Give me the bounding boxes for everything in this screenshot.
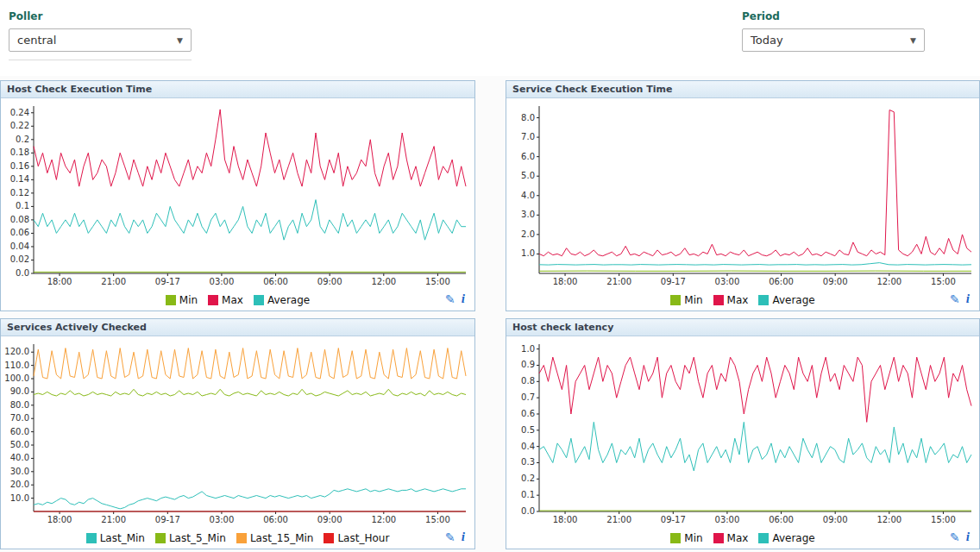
chart-canvas-host-check-latency[interactable]: 0.00.10.20.30.40.50.60.70.80.91.018:0021… <box>508 338 977 527</box>
svg-text:120.0: 120.0 <box>4 347 29 356</box>
period-filter: Period Today ▼ <box>742 10 925 76</box>
info-icon[interactable]: i <box>462 292 465 306</box>
legend-label: Max <box>727 294 749 306</box>
svg-text:0.06: 0.06 <box>10 228 29 237</box>
legend-swatch <box>758 533 769 543</box>
svg-text:8.0: 8.0 <box>521 113 535 122</box>
panel-body: 0.00.020.040.060.080.10.120.140.160.180.… <box>1 98 474 311</box>
svg-text:0.8: 0.8 <box>521 376 535 386</box>
legend-swatch <box>758 295 769 305</box>
divider <box>9 60 192 60</box>
svg-text:0.22: 0.22 <box>10 121 29 130</box>
chart-canvas-service-check-execution-time[interactable]: 1.02.03.04.05.06.07.08.018:0021:0009-170… <box>508 100 977 289</box>
svg-text:4.0: 4.0 <box>521 191 535 200</box>
svg-text:12:00: 12:00 <box>371 277 396 286</box>
info-icon[interactable]: i <box>966 530 970 544</box>
legend-item-max[interactable]: Max <box>713 294 749 306</box>
svg-text:21:00: 21:00 <box>606 277 631 286</box>
svg-text:0.04: 0.04 <box>10 242 29 251</box>
svg-text:0.5: 0.5 <box>521 425 535 435</box>
svg-text:12:00: 12:00 <box>876 277 901 286</box>
svg-text:0.0: 0.0 <box>16 268 29 278</box>
edit-icon[interactable]: ✎ <box>950 292 960 306</box>
chart-legend: Min Max Average ✎ i <box>3 289 473 311</box>
legend-swatch <box>166 295 176 305</box>
svg-text:90.0: 90.0 <box>10 386 29 396</box>
chart-legend: Min Max Average ✎ i <box>508 289 977 311</box>
legend-item-max[interactable]: Max <box>713 532 749 544</box>
svg-text:0.18: 0.18 <box>10 147 29 157</box>
svg-text:21:00: 21:00 <box>101 515 126 524</box>
chart-canvas-host-check-execution-time[interactable]: 0.00.020.040.060.080.10.120.140.160.180.… <box>3 100 471 289</box>
svg-text:09-17: 09-17 <box>661 515 686 524</box>
svg-text:0.2: 0.2 <box>521 474 535 483</box>
svg-text:10.0: 10.0 <box>10 493 29 503</box>
panel-icons: ✎ i <box>950 292 970 306</box>
svg-text:70.0: 70.0 <box>10 413 29 423</box>
svg-text:15:00: 15:00 <box>931 277 956 286</box>
legend-label: Average <box>772 294 814 306</box>
filter-bar: Poller central ▼ Period Today ▼ <box>0 0 980 76</box>
svg-text:0.9: 0.9 <box>521 360 535 369</box>
legend-item-min[interactable]: Min <box>670 294 702 306</box>
svg-text:03:00: 03:00 <box>715 515 740 524</box>
poller-filter: Poller central ▼ <box>9 10 192 76</box>
legend-label: Last_5_Min <box>169 532 226 544</box>
legend-swatch <box>324 533 334 543</box>
legend-item-last-5-min[interactable]: Last_5_Min <box>155 532 226 544</box>
legend-item-max[interactable]: Max <box>208 294 243 306</box>
svg-text:15:00: 15:00 <box>425 515 450 524</box>
svg-text:03:00: 03:00 <box>210 515 235 524</box>
period-label: Period <box>742 10 925 22</box>
svg-text:09-17: 09-17 <box>661 277 686 286</box>
svg-text:0.0: 0.0 <box>521 506 535 516</box>
chart-canvas-services-actively-checked[interactable]: 10.020.030.040.050.060.070.080.090.0100.… <box>3 338 471 527</box>
period-select[interactable]: Today ▼ <box>742 28 925 52</box>
info-icon[interactable]: i <box>462 530 465 544</box>
edit-icon[interactable]: ✎ <box>950 530 960 544</box>
svg-text:80.0: 80.0 <box>10 400 29 410</box>
legend-item-last-hour[interactable]: Last_Hour <box>324 532 389 544</box>
svg-text:15:00: 15:00 <box>931 515 956 524</box>
svg-text:09:00: 09:00 <box>823 515 848 524</box>
legend-label: Average <box>267 294 310 306</box>
panel-icons: ✎ i <box>950 530 970 544</box>
svg-text:06:00: 06:00 <box>769 277 794 286</box>
edit-icon[interactable]: ✎ <box>445 530 455 544</box>
panel-title: Service Check Execution Time <box>506 81 979 98</box>
panel-title: Services Actively Checked <box>1 319 474 336</box>
legend-item-last-min[interactable]: Last_Min <box>86 532 145 544</box>
svg-text:03:00: 03:00 <box>715 277 740 286</box>
legend-swatch <box>713 295 724 305</box>
svg-text:2.0: 2.0 <box>521 229 535 239</box>
svg-text:09-17: 09-17 <box>155 277 180 286</box>
svg-text:0.16: 0.16 <box>10 161 29 171</box>
svg-text:0.4: 0.4 <box>521 442 535 451</box>
panel-host-check-latency: Host check latency 0.00.10.20.30.40.50.6… <box>506 318 980 549</box>
legend-item-last-15-min[interactable]: Last_15_Min <box>236 532 314 544</box>
legend-label: Last_15_Min <box>250 532 314 544</box>
legend-item-average[interactable]: Average <box>254 294 310 306</box>
poller-select[interactable]: central ▼ <box>9 28 192 52</box>
legend-label: Last_Hour <box>337 532 389 544</box>
legend-swatch <box>86 533 97 543</box>
legend-item-min[interactable]: Min <box>166 294 198 306</box>
svg-text:18:00: 18:00 <box>47 277 72 286</box>
svg-text:30.0: 30.0 <box>10 467 29 476</box>
edit-icon[interactable]: ✎ <box>445 292 455 306</box>
legend-item-average[interactable]: Average <box>758 294 814 306</box>
svg-text:0.1: 0.1 <box>521 490 535 499</box>
svg-text:5.0: 5.0 <box>521 171 535 180</box>
legend-item-average[interactable]: Average <box>758 532 814 544</box>
info-icon[interactable]: i <box>966 292 970 306</box>
svg-text:18:00: 18:00 <box>47 515 72 524</box>
svg-text:1.0: 1.0 <box>521 248 535 258</box>
panel-body: 10.020.030.040.050.060.070.080.090.0100.… <box>1 336 474 549</box>
svg-text:0.1: 0.1 <box>16 201 29 210</box>
poller-label: Poller <box>9 10 192 22</box>
svg-text:21:00: 21:00 <box>606 515 631 524</box>
legend-label: Last_Min <box>100 532 145 544</box>
legend-item-min[interactable]: Min <box>670 532 702 544</box>
legend-swatch <box>236 533 247 543</box>
svg-text:1.0: 1.0 <box>521 344 535 354</box>
